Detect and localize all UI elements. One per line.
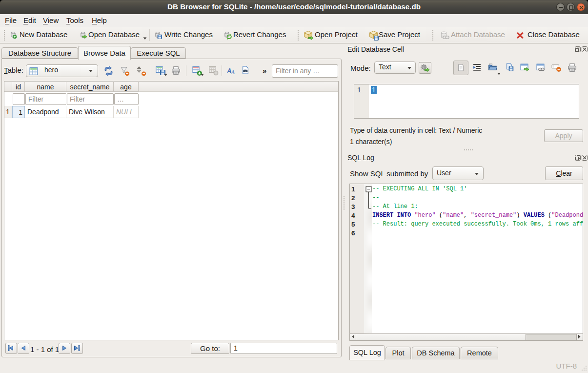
svg-text:A: A (230, 68, 235, 76)
